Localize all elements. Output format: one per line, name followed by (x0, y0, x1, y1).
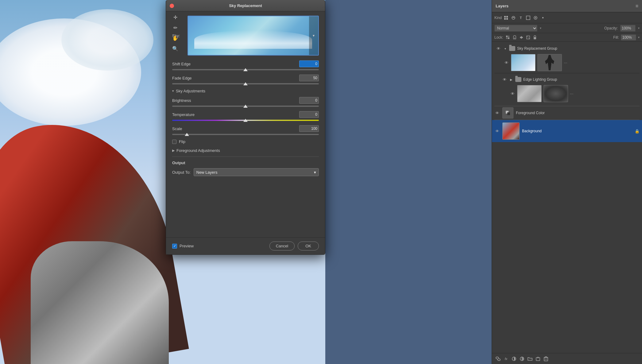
sky-picker[interactable]: ▾ (188, 16, 319, 56)
scale-input[interactable] (299, 125, 319, 132)
output-section: Output Output To: New Layers ▾ (172, 157, 319, 176)
lock-pixels-button[interactable] (512, 35, 517, 40)
hand-tool-button[interactable]: ✋ (170, 33, 180, 43)
sky-thumb-visibility[interactable]: 👁 (504, 60, 509, 65)
kind-smart-button[interactable] (532, 15, 539, 21)
kind-shape-button[interactable] (525, 15, 531, 21)
dialog-body: Sky: ▾ Shift Edge Fade Edge (166, 11, 325, 237)
kind-dot-button[interactable]: • (540, 15, 546, 21)
flip-checkbox[interactable] (172, 140, 176, 144)
blend-chevron: ▾ (540, 26, 541, 30)
ok-button[interactable]: OK (298, 242, 319, 250)
silhouette-thumbnail[interactable] (537, 54, 562, 71)
cancel-button[interactable]: Cancel (269, 242, 295, 250)
sky-adjustments-section: ▾ Sky Adjustments (172, 89, 319, 93)
layer-fx-button[interactable]: fx (502, 355, 510, 362)
lock-pixels-icon (513, 35, 516, 40)
scale-track[interactable] (172, 134, 319, 135)
sky-replacement-group-name: Sky Replacement Group (517, 46, 638, 51)
new-adjustment-layer-button[interactable] (518, 355, 526, 362)
move-tool-button[interactable]: ✛ (170, 12, 180, 22)
edge-lighting-group-header[interactable]: 👁 ▶ Edge Lighting Group (501, 75, 637, 84)
layer-divider-1 (494, 73, 640, 73)
fg-color-visibility[interactable]: 👁 (494, 110, 500, 116)
fill-input[interactable] (621, 34, 636, 41)
kind-label: Kind (494, 16, 502, 20)
sky-replacement-group-header[interactable]: 👁 ▾ Sky Replacement Group (494, 44, 640, 53)
adjustment-icon (511, 16, 516, 20)
temperature-input[interactable] (299, 111, 319, 118)
brush-tool-button[interactable]: ✏ (170, 23, 180, 33)
kind-type-button[interactable]: T (518, 15, 524, 21)
scale-thumb[interactable] (185, 133, 189, 136)
output-to-label: Output To: (172, 170, 191, 175)
sky-replacement-expand-icon[interactable]: ▾ (503, 46, 507, 51)
sky-replacement-visibility[interactable]: 👁 (496, 46, 501, 51)
preview-checkbox[interactable]: ✓ (172, 244, 177, 249)
foreground-color-layer[interactable]: 👁 Foreground Color (492, 106, 642, 120)
shift-edge-thumb[interactable] (243, 68, 248, 71)
brightness-track[interactable] (172, 106, 319, 107)
lock-position-button[interactable] (519, 35, 524, 40)
lock-artboard-button[interactable] (525, 35, 531, 40)
opacity-input[interactable] (620, 25, 636, 32)
link-layers-button[interactable] (494, 355, 502, 362)
edge-lighting-thumbs: 👁 ··· (501, 84, 637, 103)
brightness-thumb[interactable] (243, 105, 248, 108)
new-group-button[interactable] (526, 355, 534, 362)
sky-replacement-folder-icon (509, 46, 515, 51)
temperature-track[interactable] (172, 120, 319, 121)
blend-mode-select[interactable]: Normal (494, 25, 537, 32)
opacity-chevron: ▾ (638, 26, 640, 30)
lock-all-button[interactable] (532, 35, 538, 40)
sky-adjustments-chevron[interactable]: ▾ (172, 89, 174, 93)
kind-adjustment-button[interactable] (510, 15, 516, 21)
edge-lighting-mask-thumbnail[interactable] (543, 85, 568, 102)
sky-dropdown-button[interactable]: ▾ (309, 16, 318, 55)
edge-lighting-visibility[interactable]: 👁 (502, 77, 507, 82)
new-fill-adjustment-button[interactable] (510, 355, 518, 362)
edge-lighting-expand-icon[interactable]: ▶ (509, 77, 513, 82)
dialog-close-button[interactable] (170, 4, 174, 8)
svg-rect-9 (508, 37, 509, 39)
output-to-select[interactable]: New Layers ▾ (194, 168, 319, 176)
dialog-title: Sky Replacement (229, 3, 262, 8)
zoom-tool-button[interactable]: 🔍 (170, 44, 180, 53)
foreground-adjustments-chevron[interactable]: ▶ (172, 149, 175, 153)
chevron-down-icon: ▾ (313, 33, 315, 38)
new-layer-button[interactable] (534, 355, 542, 362)
shift-edge-input[interactable] (299, 60, 319, 67)
temperature-thumb[interactable] (243, 119, 248, 122)
lock-transparent-button[interactable] (505, 35, 511, 40)
sky-replacement-toolbar: ✛ ✏ ✋ 🔍 (170, 12, 181, 53)
background-layer[interactable]: 👁 Background 🔒 (492, 120, 642, 142)
fade-edge-input[interactable] (299, 75, 319, 81)
type-icon: T (520, 16, 522, 20)
edge-lighting-thumbnail[interactable] (517, 85, 542, 102)
kind-pixel-button[interactable] (503, 15, 509, 21)
layers-menu-button[interactable]: ≡ (636, 3, 638, 9)
fade-edge-thumb[interactable] (243, 82, 248, 85)
dialog-footer: ✓ Preview Cancel OK (166, 237, 325, 254)
bg-layer-visibility[interactable]: 👁 (494, 128, 500, 134)
fade-edge-track[interactable] (172, 83, 319, 84)
brightness-input[interactable] (299, 97, 319, 104)
dot-icon: • (542, 15, 544, 21)
foreground-color-layer-icon (505, 110, 511, 116)
preview-checkmark: ✓ (173, 244, 176, 248)
svg-rect-8 (506, 36, 508, 37)
background-layer-name: Background (522, 129, 632, 133)
edge-thumb-visibility[interactable]: 👁 (510, 91, 515, 96)
footer-buttons: Cancel OK (269, 242, 319, 250)
foreground-adjustments-label: Foreground Adjustments (176, 148, 220, 153)
delete-layer-button[interactable] (542, 355, 550, 362)
adjustment-circle-icon (520, 356, 524, 361)
brightness-row: Brightness (172, 97, 319, 107)
pixel-icon (504, 16, 508, 20)
sky-replacement-thumbs: 👁 ··· (494, 53, 640, 72)
sky-thumbnail[interactable] (511, 54, 536, 71)
sky-layer-more-button[interactable]: ··· (564, 60, 567, 65)
foreground-color-layer-name: Foreground Color (516, 111, 640, 115)
shift-edge-track[interactable] (172, 69, 319, 70)
edge-lighting-more-button[interactable]: ··· (570, 91, 574, 96)
